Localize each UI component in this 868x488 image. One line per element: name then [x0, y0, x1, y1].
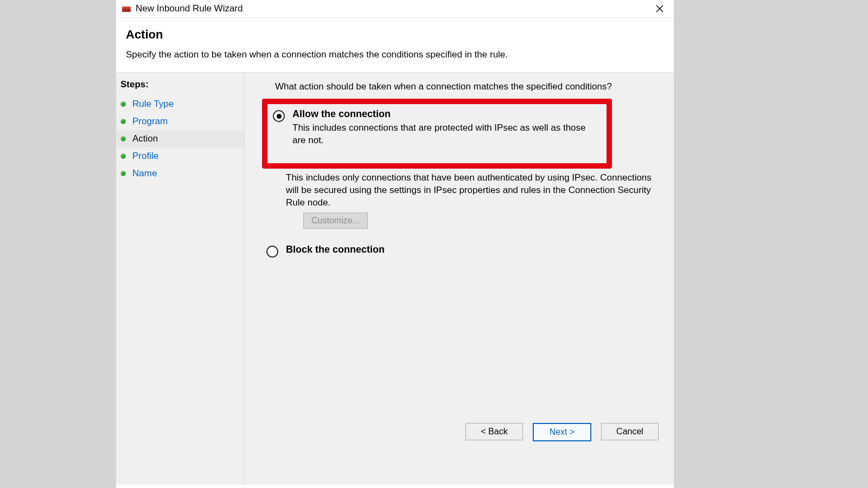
step-profile[interactable]: Profile — [116, 147, 244, 165]
option-allow-title: Allow the connection — [292, 108, 601, 120]
customize-button: Customize... — [303, 213, 368, 229]
step-rule-type[interactable]: Rule Type — [116, 95, 244, 113]
svg-rect-2 — [122, 10, 131, 11]
window-title: New Inbound Rule Wizard — [136, 3, 242, 14]
step-bullet-icon — [120, 171, 126, 176]
page-heading: Action — [126, 28, 664, 42]
wizard-header: Action Specify the action to be taken wh… — [116, 18, 674, 72]
radio-button-icon — [273, 110, 285, 122]
title-bar: New Inbound Rule Wizard — [116, 0, 674, 18]
close-icon — [656, 5, 663, 12]
back-button[interactable]: < Back — [465, 423, 523, 440]
wizard-body: Steps: Rule Type Program Action Profile … — [116, 72, 674, 485]
step-bullet-icon — [120, 153, 126, 159]
steps-label: Steps: — [116, 78, 244, 95]
firewall-icon — [122, 4, 131, 14]
step-label: Rule Type — [132, 99, 174, 110]
cancel-button[interactable]: Cancel — [601, 423, 659, 440]
wizard-footer: < Back Next > Cancel — [465, 423, 659, 441]
close-button[interactable] — [649, 1, 671, 16]
main-panel: What action should be taken when a conne… — [245, 73, 674, 485]
option-allow-description: This includes connections that are prote… — [292, 122, 601, 147]
step-label: Program — [132, 116, 168, 127]
step-bullet-icon — [120, 136, 126, 142]
option-allow-secure-description: This includes only connections that have… — [286, 172, 666, 209]
wizard-dialog: New Inbound Rule Wizard Action Specify t… — [116, 0, 674, 488]
option-block-title: Block the connection — [286, 244, 666, 255]
radio-option-allow-secure[interactable]: This includes only connections that have… — [266, 170, 666, 229]
step-bullet-icon — [120, 101, 126, 107]
step-label: Profile — [132, 151, 158, 162]
svg-rect-1 — [122, 7, 131, 8]
step-program[interactable]: Program — [116, 113, 244, 130]
step-name[interactable]: Name — [116, 165, 244, 182]
step-action[interactable]: Action — [116, 130, 244, 147]
highlight-annotation: Allow the connection This includes conne… — [262, 99, 612, 169]
action-prompt: What action should be taken when a conne… — [275, 81, 666, 92]
next-button[interactable]: Next > — [533, 423, 591, 441]
page-description: Specify the action to be taken when a co… — [126, 49, 664, 60]
radio-button-icon — [266, 246, 278, 258]
radio-option-allow[interactable]: Allow the connection This includes conne… — [273, 108, 601, 147]
step-label: Action — [132, 133, 158, 144]
radio-option-block[interactable]: Block the connection — [266, 244, 666, 258]
step-bullet-icon — [120, 119, 126, 124]
steps-sidebar: Steps: Rule Type Program Action Profile … — [116, 73, 245, 485]
step-label: Name — [132, 168, 157, 179]
